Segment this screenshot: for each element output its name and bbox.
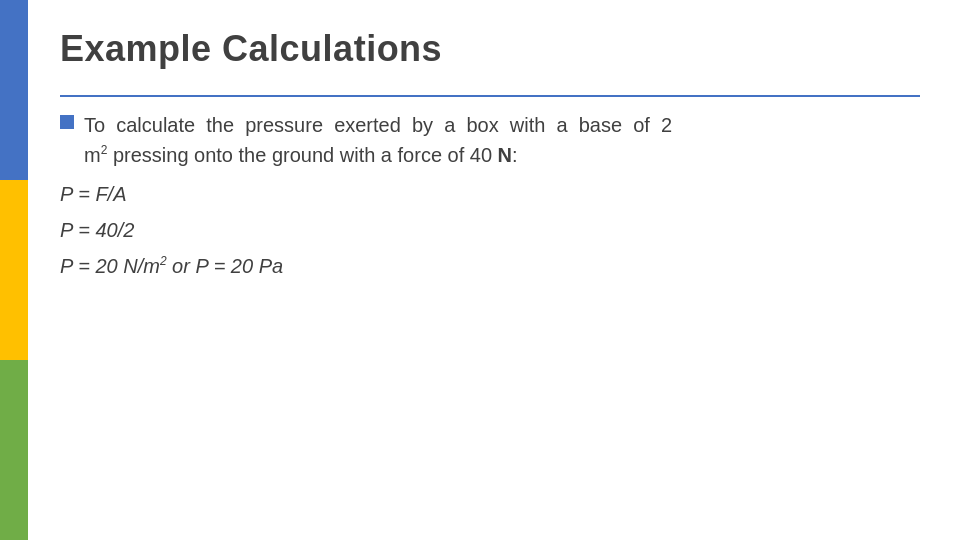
formula-3: P = 20 N/m2 or P = 20 Pa — [60, 250, 920, 282]
left-color-bars — [0, 0, 28, 540]
yellow-bar — [0, 180, 28, 360]
title-divider — [60, 95, 920, 97]
content-area: To calculate the pressure exerted by a b… — [60, 110, 920, 282]
bullet-line-1: To calculate the pressure exerted by a b… — [84, 114, 672, 136]
title-area: Example Calculations — [60, 28, 920, 70]
blue-bar — [0, 0, 28, 180]
bullet-text: To calculate the pressure exerted by a b… — [84, 110, 672, 170]
green-bar — [0, 360, 28, 540]
bullet-marker — [60, 115, 74, 129]
slide-title: Example Calculations — [60, 28, 920, 70]
bullet-line-2: m2 pressing onto the ground with a force… — [84, 144, 518, 166]
formula-1: P = F/A — [60, 178, 920, 210]
slide: Example Calculations To calculate the pr… — [0, 0, 960, 540]
bullet-item-1: To calculate the pressure exerted by a b… — [60, 110, 920, 170]
formula-2: P = 40/2 — [60, 214, 920, 246]
